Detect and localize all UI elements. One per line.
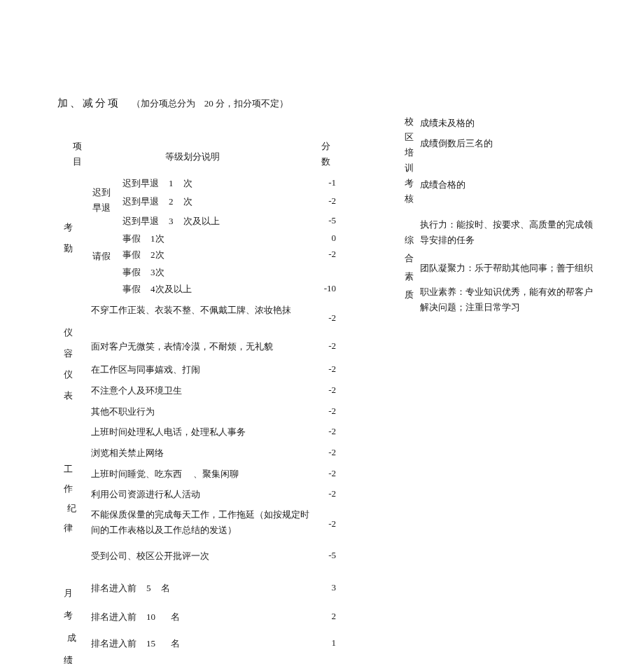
row-kq-3-desc: 迟到早退3次及以上 (122, 215, 318, 228)
row-gz-3-desc: 上班时间睡觉、吃东西 、聚集闲聊 (91, 468, 315, 480)
row-gz-6-score: -5 (308, 550, 336, 561)
sub-late: 迟到 早退 (91, 185, 112, 216)
right-xq-2: 成绩倒数后三名的 (420, 136, 598, 151)
row-yr-3-desc: 在工作区与同事嬉戏、打闹 (91, 364, 315, 376)
title-sub-unit: 分，扣分项不定） (216, 98, 288, 109)
row-kq-2-score: -2 (308, 195, 336, 207)
header-desc: 等级划分说明 (133, 151, 252, 163)
row-yr-1-score: -2 (308, 312, 336, 324)
row-gz-5-desc: 不能保质保量的完成每天工作，工作拖延（如按规定时间的工作表格以及工作总结的发送） (91, 507, 315, 538)
row-kq-6-desc: 事假3次 (122, 266, 318, 279)
cat-yuekao: 月考成绩 (62, 582, 74, 664)
row-yr-5-desc: 其他不职业行为 (91, 406, 315, 418)
row-gz-1-desc: 上班时间处理私人电话，处理私人事务 (91, 426, 315, 438)
title-line: 加、减分项 （加分项总分为 20 分，扣分项不定） (57, 97, 288, 110)
header-score: 分 数 (318, 139, 332, 170)
row-yk-3-score: 1 (308, 637, 336, 649)
row-kq-1-score: -1 (308, 177, 336, 188)
row-yk-2-desc: 排名进入前10名 (91, 611, 315, 623)
row-kq-7-desc: 事假4次及以上 (122, 283, 318, 296)
sub-leave: 请假 (91, 249, 112, 264)
row-gz-5-score: -2 (308, 518, 336, 530)
row-yr-4-desc: 不注意个人及环境卫生 (91, 385, 315, 397)
row-yk-1-score: 3 (308, 582, 336, 593)
cat-xiaoqu: 校 区 培 训 考 核 (402, 114, 415, 207)
row-yr-5-score: -2 (308, 406, 336, 417)
cat-zonghe: 综 合 素 质 (402, 231, 415, 304)
row-yk-3-desc: 排名进入前15名 (91, 637, 315, 650)
right-xq-1: 成绩未及格的 (420, 116, 598, 131)
row-gz-3-score: -2 (308, 468, 336, 479)
document-page: 加、减分项 （加分项总分为 20 分，扣分项不定） 项 目 等级划分说明 分 数… (0, 0, 644, 664)
title-sub-points: 20 (204, 98, 214, 109)
row-yr-4-score: -2 (308, 385, 336, 396)
row-kq-5-desc: 事假2次 (122, 249, 318, 261)
cat-yirong: 仪 容 仪 表 (62, 322, 74, 406)
title-sub-prefix: （加分项总分为 (132, 98, 195, 109)
row-kq-1-desc: 迟到早退1次 (122, 177, 318, 190)
row-yr-2-desc: 面对客户无微笑，表情冷漠，不耐烦，无礼貌 (91, 340, 315, 353)
row-gz-1-score: -2 (308, 426, 336, 437)
cat-kaoqin: 考 勤 (62, 217, 74, 259)
right-zh-3: 职业素养：专业知识优秀，能有效的帮客户解决问题；注重日常学习 (420, 284, 598, 315)
row-yr-3-score: -2 (308, 364, 336, 375)
row-yk-1-desc: 排名进入前5名 (91, 582, 315, 595)
right-zh-1: 执行力：能按时、按要求、高质量的完成领导安排的任务 (420, 217, 598, 248)
right-xq-3: 成绩合格的 (420, 177, 598, 193)
row-gz-4-desc: 利用公司资源进行私人活动 (91, 488, 315, 501)
row-gz-2-score: -2 (308, 447, 336, 458)
row-gz-6-desc: 受到公司、校区公开批评一次 (91, 550, 315, 562)
row-kq-5-score: -2 (308, 249, 336, 260)
row-kq-4-desc: 事假1次 (122, 233, 318, 245)
row-kq-7-score: -10 (308, 283, 336, 294)
row-kq-4-score: 0 (308, 233, 336, 244)
cat-gongzuo: 工作纪律 (62, 459, 74, 538)
header-project: 项 目 (70, 139, 84, 170)
row-gz-4-score: -2 (308, 488, 336, 499)
row-gz-2-desc: 浏览相关禁止网络 (91, 447, 315, 459)
row-kq-2-desc: 迟到早退2次 (122, 195, 318, 208)
title-main: 加、减分项 (57, 97, 120, 109)
row-yk-2-score: 2 (308, 611, 336, 622)
row-kq-3-score: -5 (308, 215, 336, 226)
right-zh-2: 团队凝聚力：乐于帮助其他同事；善于组织 (420, 261, 598, 276)
row-yr-2-score: -2 (308, 340, 336, 352)
title-sub: （加分项总分为 20 分，扣分项不定） (132, 98, 288, 109)
row-yr-1-desc: 不穿工作正装、衣装不整、不佩戴工牌、浓妆艳抹 (91, 303, 315, 318)
